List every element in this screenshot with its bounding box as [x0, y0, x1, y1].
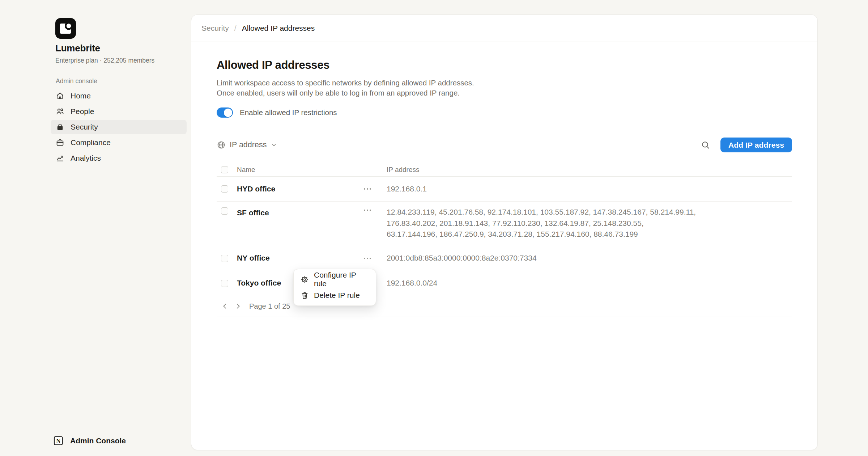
- toggle-knob: [224, 109, 232, 117]
- chevron-down-icon: [271, 142, 277, 148]
- table-toolbar: IP address Add IP address: [217, 138, 792, 152]
- sidebar-item-label: Home: [71, 92, 91, 100]
- sidebar-item-label: Analytics: [71, 154, 101, 162]
- toolbar-actions: Add IP address: [701, 138, 792, 152]
- row-name: NY office: [237, 253, 270, 264]
- column-header-ip: IP address: [380, 162, 792, 178]
- sidebar-item-label: Security: [71, 123, 98, 131]
- row-checkbox[interactable]: [221, 280, 228, 287]
- sidebar: Lumebrite Enterprise plan · 252,205 memb…: [0, 0, 191, 456]
- page-next-button[interactable]: [233, 301, 243, 311]
- search-icon[interactable]: [701, 140, 710, 150]
- breadcrumb-parent[interactable]: Security: [201, 24, 229, 33]
- row-ip-value: 192.168.0.1: [380, 177, 792, 201]
- lock-icon: [56, 123, 64, 131]
- row-checkbox[interactable]: [221, 207, 228, 215]
- chart-icon: [56, 154, 64, 162]
- table-row: SF office 12.84.233.119, 45.201.76.58, 9…: [217, 202, 792, 246]
- row-actions-kebab-icon[interactable]: [363, 186, 372, 192]
- row-actions-context-menu: Configure IP rule Delete IP rule: [293, 269, 376, 306]
- home-icon: [56, 92, 64, 100]
- sidebar-section-label: Admin console: [56, 77, 97, 85]
- sidebar-item-people[interactable]: People: [51, 104, 187, 119]
- gear-icon: [301, 275, 309, 284]
- workspace-meta: Enterprise plan · 252,205 members: [55, 57, 154, 64]
- filter-label: IP address: [230, 140, 267, 149]
- row-ip-value: 2001:0db8:85a3:0000:0000:8a2e:0370:7334: [380, 246, 792, 271]
- menu-item-label: Configure IP rule: [314, 271, 369, 288]
- sidebar-nav: Home People Security: [51, 89, 187, 166]
- table-header: Name IP address: [217, 162, 792, 177]
- sidebar-item-analytics[interactable]: Analytics: [51, 151, 187, 165]
- trash-icon: [301, 291, 309, 300]
- admin-console-footer[interactable]: N Admin Console: [53, 435, 126, 446]
- toggle-label: Enable allowed IP restrictions: [240, 108, 337, 117]
- ip-restrictions-toggle-row: Enable allowed IP restrictions: [217, 107, 792, 118]
- row-checkbox[interactable]: [221, 255, 228, 262]
- sidebar-item-label: Compliance: [71, 138, 111, 147]
- page-title: Allowed IP addresses: [217, 59, 792, 72]
- row-checkbox[interactable]: [221, 185, 228, 193]
- table-row: NY office 2001:0db8:85a3:0000:0000:8a2e:…: [217, 246, 792, 271]
- row-name: HYD office: [237, 183, 275, 195]
- sidebar-item-label: People: [71, 107, 94, 116]
- page-description: Limit workspace access to specific netwo…: [217, 78, 792, 98]
- row-actions-kebab-icon[interactable]: [363, 256, 372, 261]
- row-ip-value: 192.168.0.0/24: [380, 271, 792, 296]
- select-all-checkbox[interactable]: [221, 166, 228, 173]
- breadcrumb-current: Allowed IP addresses: [242, 24, 315, 33]
- sidebar-item-security[interactable]: Security: [51, 120, 187, 134]
- table-row: HYD office 192.168.0.1: [217, 177, 792, 202]
- breadcrumb: Security / Allowed IP addresses: [191, 15, 817, 42]
- people-icon: [56, 107, 64, 116]
- sidebar-item-home[interactable]: Home: [51, 89, 187, 103]
- sidebar-item-compliance[interactable]: Compliance: [51, 135, 187, 150]
- ip-address-filter-dropdown[interactable]: IP address: [217, 140, 277, 149]
- row-ip-value: 12.84.233.119, 45.201.76.58, 92.174.18.1…: [380, 202, 792, 246]
- notion-logo-icon: N: [53, 435, 64, 446]
- column-header-name: Name: [237, 166, 255, 174]
- page-previous-button[interactable]: [220, 301, 230, 311]
- workspace-logo-icon: [55, 18, 76, 39]
- globe-icon: [217, 140, 226, 149]
- page-content: Allowed IP addresses Limit workspace acc…: [191, 59, 817, 317]
- row-name: SF office: [237, 207, 269, 219]
- briefcase-icon: [56, 138, 64, 147]
- menu-item-label: Delete IP rule: [314, 291, 360, 300]
- add-ip-address-button[interactable]: Add IP address: [720, 138, 792, 152]
- main-panel: Security / Allowed IP addresses Allowed …: [191, 14, 818, 450]
- row-actions-kebab-icon[interactable]: [363, 207, 372, 213]
- ip-restrictions-toggle[interactable]: [217, 107, 233, 118]
- breadcrumb-separator: /: [234, 24, 237, 33]
- admin-console-footer-label: Admin Console: [70, 436, 126, 445]
- pagination-label: Page 1 of 25: [249, 302, 290, 311]
- delete-ip-rule-menu-item[interactable]: Delete IP rule: [294, 287, 376, 303]
- configure-ip-rule-menu-item[interactable]: Configure IP rule: [294, 271, 376, 287]
- svg-text:N: N: [56, 438, 61, 444]
- workspace-name: Lumebrite: [55, 43, 100, 54]
- row-name: Tokyo office: [237, 278, 281, 289]
